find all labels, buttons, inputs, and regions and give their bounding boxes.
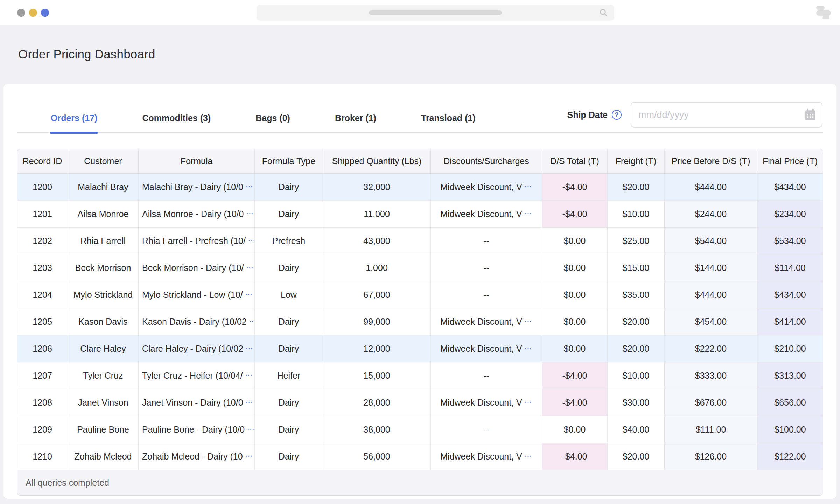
- cell-formula-type: Heifer: [255, 362, 323, 389]
- table-row-1202[interactable]: 1202Rhia FarrellRhia Farrell - Prefresh …: [17, 227, 823, 254]
- tab-commodities-3[interactable]: Commodities (3): [142, 113, 211, 133]
- table-row-1204[interactable]: 1204Mylo StricklandMylo Strickland - Low…: [17, 281, 823, 308]
- stacked-bars-icon[interactable]: [816, 5, 832, 20]
- address-search-bar[interactable]: [257, 5, 614, 21]
- truncated-ellipsis-icon[interactable]: ⋯: [249, 317, 255, 325]
- cell-ds-total: $0.00: [542, 308, 608, 335]
- table-row-1209[interactable]: 1209Pauline BonePauline Bone - Dairy (10…: [17, 416, 823, 443]
- cell-final-price: $210.00: [757, 335, 823, 362]
- cell-formula-type: Dairy: [255, 443, 323, 470]
- cell-price-before-ds: $222.00: [665, 335, 757, 362]
- cell-discounts-surcharges: --: [431, 362, 542, 389]
- cell-price-before-ds: $444.00: [665, 281, 757, 308]
- cell-freight: $40.00: [608, 416, 665, 443]
- cell-record-id: 1210: [17, 443, 68, 470]
- cell-customer: Rhia Farrell: [68, 227, 139, 254]
- cell-customer: Malachi Bray: [68, 174, 139, 201]
- cell-shipped-quantity: 11,000: [323, 201, 431, 227]
- cell-price-before-ds: $126.00: [665, 443, 757, 470]
- truncated-ellipsis-icon[interactable]: ⋯: [525, 452, 532, 460]
- orders-data-grid: Record IDCustomerFormulaFormula TypeShip…: [17, 149, 823, 470]
- column-header-customer: Customer: [68, 149, 139, 174]
- cell-final-price: $656.00: [757, 389, 823, 416]
- cell-record-id: 1200: [17, 174, 68, 201]
- truncated-ellipsis-icon[interactable]: ⋯: [245, 371, 253, 379]
- cell-shipped-quantity: 15,000: [323, 362, 431, 389]
- cell-customer: Janet Vinson: [68, 389, 139, 416]
- truncated-ellipsis-icon[interactable]: ⋯: [525, 317, 532, 325]
- truncated-ellipsis-icon[interactable]: ⋯: [248, 236, 255, 244]
- table-header-row: Record IDCustomerFormulaFormula TypeShip…: [17, 149, 823, 174]
- cell-formula: Malachi Bray - Dairy (10/0⋯: [139, 174, 255, 201]
- truncated-ellipsis-icon[interactable]: ⋯: [246, 398, 253, 406]
- tab-broker-1[interactable]: Broker (1): [335, 113, 376, 133]
- column-header-formula-type: Formula Type: [255, 149, 323, 174]
- column-header-discounts-surcharges: Discounts/Surcharges: [431, 149, 542, 174]
- stack-bar-middle: [816, 10, 831, 16]
- table-row-1201[interactable]: 1201Ailsa MonroeAilsa Monroe - Dairy (10…: [17, 201, 823, 227]
- ship-date-input[interactable]: [631, 102, 822, 128]
- cell-formula-type: Dairy: [255, 174, 323, 201]
- cell-discounts-surcharges: Midweek Discount, V⋯: [431, 335, 542, 362]
- cell-customer: Zohaib Mcleod: [68, 443, 139, 470]
- window-dot-blue[interactable]: [41, 9, 49, 17]
- truncated-ellipsis-icon[interactable]: ⋯: [246, 344, 253, 352]
- tab-bags-0[interactable]: Bags (0): [255, 113, 290, 133]
- table-row-1210[interactable]: 1210Zohaib McleodZohaib Mcleod - Dairy (…: [17, 443, 823, 470]
- cell-record-id: 1202: [17, 227, 68, 254]
- table-row-1208[interactable]: 1208Janet VinsonJanet Vinson - Dairy (10…: [17, 389, 823, 416]
- cell-formula-type: Dairy: [255, 335, 323, 362]
- orders-table: Record IDCustomerFormulaFormula TypeShip…: [17, 149, 823, 496]
- status-text: All queries completed: [26, 478, 109, 488]
- truncated-ellipsis-icon[interactable]: ⋯: [246, 209, 254, 217]
- truncated-ellipsis-icon[interactable]: ⋯: [525, 182, 532, 190]
- cell-formula-type: Dairy: [255, 201, 323, 227]
- calendar-icon[interactable]: [804, 108, 817, 121]
- cell-formula-type: Dairy: [255, 416, 323, 443]
- page-title: Order Pricing Dashboard: [0, 25, 840, 62]
- truncated-ellipsis-icon[interactable]: ⋯: [525, 398, 532, 406]
- window-dot-gray[interactable]: [17, 9, 25, 17]
- table-status-bar: All queries completed: [17, 470, 823, 495]
- table-row-1203[interactable]: 1203Beck MorrisonBeck Morrison - Dairy (…: [17, 254, 823, 281]
- cell-shipped-quantity: 67,000: [323, 281, 431, 308]
- help-icon[interactable]: ?: [612, 110, 622, 120]
- ship-date-control: Ship Date ?: [567, 102, 822, 128]
- table-row-1200[interactable]: 1200Malachi BrayMalachi Bray - Dairy (10…: [17, 174, 823, 201]
- table-row-1205[interactable]: 1205Kason DavisKason Davis - Dairy (10/0…: [17, 308, 823, 335]
- cell-ds-total: $0.00: [542, 335, 608, 362]
- truncated-ellipsis-icon[interactable]: ⋯: [246, 263, 254, 271]
- cell-record-id: 1204: [17, 281, 68, 308]
- truncated-ellipsis-icon[interactable]: ⋯: [247, 425, 255, 433]
- column-header-final-price: Final Price (T): [757, 149, 823, 174]
- column-header-shipped-quantity: Shipped Quantity (Lbs): [323, 149, 431, 174]
- cell-discounts-surcharges: --: [431, 227, 542, 254]
- cell-record-id: 1208: [17, 389, 68, 416]
- cell-discounts-surcharges: --: [431, 254, 542, 281]
- truncated-ellipsis-icon[interactable]: ⋯: [245, 452, 253, 460]
- truncated-ellipsis-icon[interactable]: ⋯: [525, 344, 532, 352]
- cell-customer: Pauline Bone: [68, 416, 139, 443]
- tab-transload-1[interactable]: Transload (1): [421, 113, 476, 133]
- cell-customer: Tyler Cruz: [68, 362, 139, 389]
- search-icon: [599, 8, 608, 17]
- cell-final-price: $100.00: [757, 416, 823, 443]
- truncated-ellipsis-icon[interactable]: ⋯: [245, 290, 253, 298]
- tab-orders-17[interactable]: Orders (17): [51, 113, 97, 133]
- cell-discounts-surcharges: Midweek Discount, V⋯: [431, 174, 542, 201]
- table-row-1207[interactable]: 1207Tyler CruzTyler Cruz - Heifer (10/04…: [17, 362, 823, 389]
- cell-price-before-ds: $544.00: [665, 227, 757, 254]
- cell-price-before-ds: $244.00: [665, 201, 757, 227]
- cell-freight: $10.00: [608, 362, 665, 389]
- cell-freight: $20.00: [608, 443, 665, 470]
- truncated-ellipsis-icon[interactable]: ⋯: [246, 182, 253, 190]
- cell-ds-total: -$4.00: [542, 389, 608, 416]
- window-dot-gold[interactable]: [29, 9, 37, 17]
- truncated-ellipsis-icon[interactable]: ⋯: [525, 209, 532, 217]
- cell-final-price: $434.00: [757, 281, 823, 308]
- cell-freight: $15.00: [608, 254, 665, 281]
- cell-shipped-quantity: 99,000: [323, 308, 431, 335]
- table-row-1206[interactable]: 1206Clare HaleyClare Haley - Dairy (10/0…: [17, 335, 823, 362]
- cell-shipped-quantity: 56,000: [323, 443, 431, 470]
- ship-date-field: [631, 102, 822, 128]
